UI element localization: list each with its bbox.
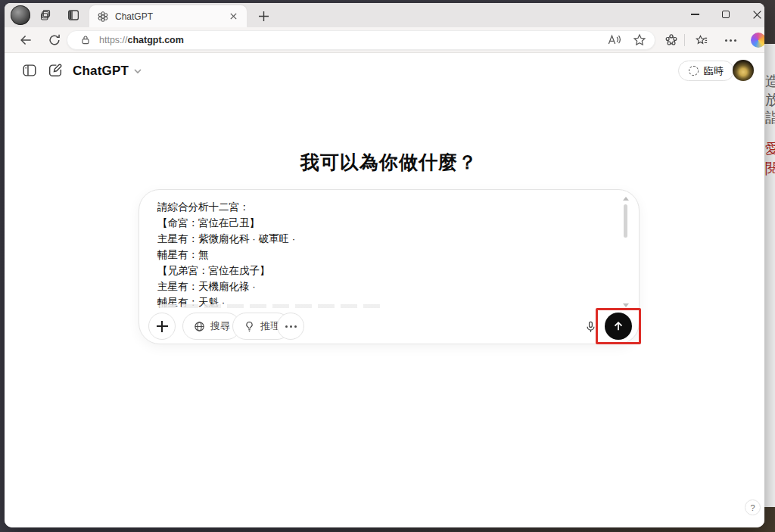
vertical-tabs-icon[interactable] — [67, 8, 80, 22]
lightbulb-icon — [243, 320, 256, 333]
browser-titlebar: ChatGPT — [5, 3, 764, 27]
user-avatar[interactable] — [733, 60, 754, 81]
model-switcher[interactable]: ChatGPT — [73, 61, 142, 81]
background-text-red: 愛閱 — [764, 139, 775, 179]
browser-settings-menu-icon[interactable] — [724, 33, 737, 47]
titlebar-profile-avatar[interactable] — [11, 5, 30, 25]
composer-scrollbar-thumb[interactable] — [624, 204, 627, 238]
collections-icon[interactable] — [695, 33, 708, 47]
url-protocol: https:// — [99, 35, 128, 45]
dictate-button[interactable] — [580, 317, 600, 337]
send-button[interactable] — [605, 313, 632, 340]
composer-input[interactable]: 請綜合分析十二宮：【命宮：宮位在己丑】主星有：紫微廟化科 · 破軍旺 ·輔星有：… — [157, 199, 605, 310]
browser-tab-chatgpt[interactable]: ChatGPT — [89, 5, 247, 27]
help-button[interactable]: ? — [745, 499, 761, 515]
temporary-chat-button[interactable]: 臨時 — [678, 61, 734, 81]
composer-text-line: 請綜合分析十二宮： — [157, 199, 605, 215]
url-host: chatgpt.com — [128, 35, 184, 45]
minimize-icon — [691, 14, 699, 14]
back-button[interactable] — [18, 33, 33, 48]
extensions-icon[interactable] — [665, 33, 678, 47]
refresh-button[interactable] — [47, 33, 62, 48]
workspaces-icon[interactable] — [39, 8, 53, 22]
chatgpt-page: ChatGPT 臨時 我可以為你做什麼？ 請綜合分析十二宮：【命宮：宮位在己丑】… — [5, 53, 764, 527]
ellipsis-icon — [285, 313, 297, 339]
faded-text-line — [159, 304, 386, 308]
sidebar-toggle-icon[interactable] — [21, 62, 38, 79]
composer-text-line: 【兄弟宮：宮位在戊子】 — [157, 263, 605, 278]
send-arrow-icon — [612, 319, 625, 333]
copilot-icon[interactable] — [751, 33, 764, 48]
composer-text-line: 主星有：天機廟化祿 · — [157, 278, 605, 294]
close-icon — [752, 10, 762, 20]
temporary-chat-label: 臨時 — [704, 64, 724, 78]
window-maximize-button[interactable] — [718, 3, 733, 26]
page-title: 我可以為你做什麼？ — [139, 150, 640, 175]
url-text: https://chatgpt.com — [99, 35, 184, 45]
browser-window: ChatGPT https://chatgpt.com — [5, 3, 764, 527]
brand-label: ChatGPT — [73, 64, 129, 79]
window-close-button[interactable] — [749, 3, 764, 26]
attach-button[interactable] — [148, 313, 176, 340]
composer-text-line: 輔星有：無 — [157, 247, 605, 263]
composer-scroll-up-icon[interactable] — [623, 197, 629, 201]
plus-icon — [157, 321, 168, 332]
composer-card: 請綜合分析十二宮：【命宮：宮位在己丑】主星有：紫微廟化科 · 破軍旺 ·輔星有：… — [139, 189, 640, 344]
composer-text-line: 【命宮：宮位在己丑】 — [157, 215, 605, 231]
new-tab-button[interactable] — [256, 8, 271, 23]
help-label: ? — [750, 503, 755, 512]
temporary-chat-icon — [689, 66, 699, 76]
search-tool-label: 搜尋 — [210, 319, 230, 333]
background-window-sliver: 造放詣 愛閱 — [764, 44, 775, 507]
microphone-icon — [584, 320, 598, 334]
new-chat-icon[interactable] — [47, 62, 64, 79]
background-text-gray: 造放詣 — [764, 73, 775, 127]
composer-text-line: 主星有：紫微廟化科 · 破軍旺 · — [157, 231, 605, 247]
read-aloud-icon[interactable] — [606, 33, 621, 48]
maximize-icon — [722, 11, 730, 18]
address-bar[interactable]: https://chatgpt.com — [67, 30, 655, 50]
composer-scroll-down-icon[interactable] — [623, 303, 629, 307]
more-tools-button[interactable] — [277, 313, 304, 340]
browser-toolbar: https://chatgpt.com — [5, 27, 764, 53]
chevron-down-icon — [133, 67, 142, 76]
favorite-star-icon[interactable] — [632, 33, 647, 48]
toolbar-divider — [684, 34, 685, 46]
window-minimize-button[interactable] — [687, 3, 702, 26]
lock-icon — [79, 34, 92, 46]
globe-icon — [193, 320, 206, 333]
tab-close-icon[interactable] — [227, 11, 239, 23]
tab-title: ChatGPT — [115, 11, 227, 22]
chatgpt-favicon-icon — [97, 11, 109, 23]
